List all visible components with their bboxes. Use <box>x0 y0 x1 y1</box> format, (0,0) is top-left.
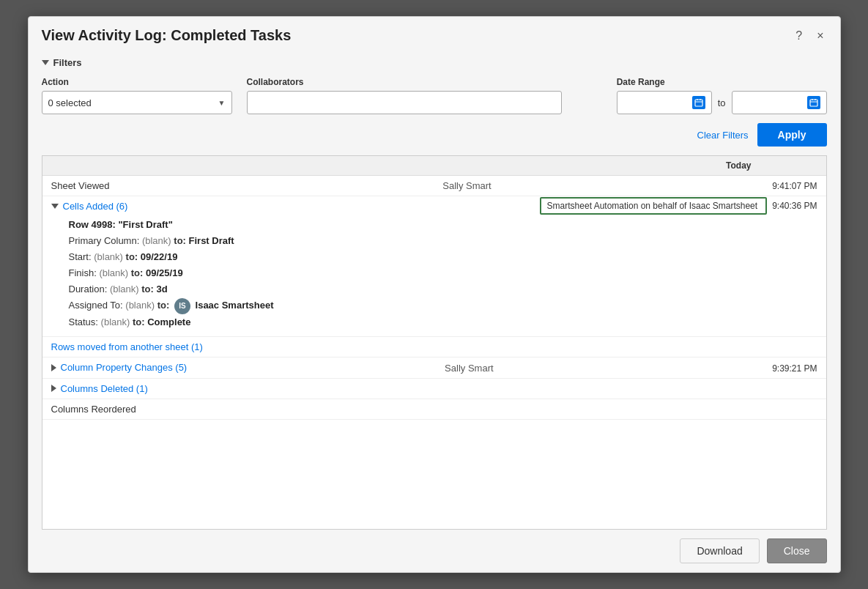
collaborators-filter-group: Collaborators <box>247 77 562 114</box>
rows-moved[interactable]: Rows moved from another sheet (1) <box>42 337 826 358</box>
fc-to-1: to: <box>126 251 141 262</box>
col-reordered-section: Columns Reordered <box>42 399 826 420</box>
entry-user-sheet-viewed: Sally Smart <box>189 180 746 191</box>
fc-to-4: to: <box>157 300 172 311</box>
action-select[interactable]: 0 selected ▼ <box>42 91 232 114</box>
svg-rect-0 <box>695 100 702 106</box>
filters-label: Filters <box>53 57 82 68</box>
cells-added-label: Cells Added (6) <box>63 201 128 212</box>
fc-to-2: to: <box>131 267 146 278</box>
row-title: Row 4998: "First Draft" <box>69 219 817 230</box>
cells-added-section: Cells Added (6) Smartsheet Automation on… <box>42 196 826 337</box>
dialog-title: View Activity Log: Completed Tasks <box>42 27 292 44</box>
apply-button[interactable]: Apply <box>757 123 827 147</box>
filters-section: Filters Action 0 selected ▼ Collaborator… <box>29 51 840 155</box>
date-range-inputs: to <box>617 91 827 114</box>
fc-blank-5: (blank) <box>101 316 130 327</box>
fc-val-4: Isaac Smartsheet <box>196 300 274 311</box>
fc-val-3: 3d <box>156 284 167 294</box>
fc-to-5: to: <box>133 316 147 327</box>
log-scroll[interactable]: Sheet Viewed Sally Smart 9:41:07 PM Cell… <box>42 176 826 529</box>
cells-added-toggle[interactable]: Cells Added (6) <box>51 201 128 212</box>
col-property-user: Sally Smart <box>193 363 745 374</box>
cells-added-user: Smartsheet Automation on behalf of Isaac… <box>547 201 758 211</box>
date-range-label: Date Range <box>617 77 827 87</box>
fc-field-3: Duration: <box>69 284 110 294</box>
cells-added-header: Cells Added (6) Smartsheet Automation on… <box>42 196 826 216</box>
avatar-is: IS <box>174 298 190 314</box>
fc-field-5: Status: <box>69 316 101 327</box>
titlebar-icons: ? × <box>793 28 826 44</box>
date-from-icon <box>692 96 705 109</box>
close-button[interactable]: Close <box>767 538 827 563</box>
fc-to-0: to: <box>174 235 188 246</box>
fc-val-1: 09/22/19 <box>141 251 178 262</box>
log-header: Today <box>42 156 826 176</box>
fc-val-5: Complete <box>147 316 190 327</box>
entry-time-sheet-viewed: 9:41:07 PM <box>752 181 817 191</box>
col-property-time: 9:39:21 PM <box>752 363 817 374</box>
col-property-expand-icon <box>51 364 56 371</box>
date-to-input[interactable] <box>732 91 827 114</box>
entry-name-sheet-viewed: Sheet Viewed <box>51 180 183 191</box>
fc-field-1: Start: <box>69 251 94 262</box>
fc-blank-2: (blank) <box>99 267 128 278</box>
action-label: Action <box>42 77 232 87</box>
help-button[interactable]: ? <box>793 28 805 44</box>
log-entry-sheet-viewed: Sheet Viewed Sally Smart 9:41:07 PM <box>42 176 826 196</box>
cells-detail: Row 4998: "First Draft" Primary Column: … <box>42 216 826 336</box>
date-from-input[interactable] <box>617 91 712 114</box>
fc-to-3: to: <box>141 284 156 294</box>
close-x-button[interactable]: × <box>814 28 826 44</box>
col-reordered-text: Columns Reordered <box>51 404 136 415</box>
dialog-footer: Download Close <box>29 530 840 572</box>
filters-toggle-icon[interactable] <box>42 60 49 65</box>
rows-moved-label: Rows moved from another sheet (1) <box>51 341 203 352</box>
fc-field-4: Assigned To: <box>69 300 126 311</box>
dialog: View Activity Log: Completed Tasks ? × F… <box>28 16 841 573</box>
field-change-assigned: Assigned To: (blank) to: IS Isaac Smarts… <box>69 297 817 314</box>
fc-val-2: 09/25/19 <box>146 267 183 278</box>
download-button[interactable]: Download <box>680 538 759 563</box>
date-range-group: Date Range to <box>617 77 827 114</box>
fc-val-0: First Draft <box>189 235 234 246</box>
fc-field-2: Finish: <box>69 267 100 278</box>
log-header-today: Today <box>726 160 751 171</box>
filters-row: Action 0 selected ▼ Collaborators Date R… <box>42 77 827 114</box>
cells-added-time-val: 9:40:36 PM <box>772 201 817 211</box>
field-change-duration: Duration: (blank) to: 3d <box>69 281 817 297</box>
to-label: to <box>718 97 726 108</box>
clear-filters-button[interactable]: Clear Filters <box>697 130 749 141</box>
collaborators-label: Collaborators <box>247 77 562 87</box>
fc-blank-0: (blank) <box>142 235 171 246</box>
col-property-toggle[interactable]: Column Property Changes (5) <box>51 362 188 373</box>
cells-added-user-box: Smartsheet Automation on behalf of Isaac… <box>540 197 768 215</box>
fc-blank-3: (blank) <box>110 284 139 294</box>
svg-rect-4 <box>810 100 817 106</box>
fc-field-0: Primary Column: <box>69 235 142 246</box>
field-change-start: Start: (blank) to: 09/22/19 <box>69 249 817 265</box>
col-reordered-label: Columns Reordered <box>51 404 183 415</box>
date-to-icon <box>807 96 820 109</box>
col-deleted-section: Columns Deleted (1) <box>42 379 826 399</box>
col-property-section: Column Property Changes (5) Sally Smart … <box>42 358 826 379</box>
col-deleted-expand-icon <box>51 385 56 392</box>
action-select-arrow-icon: ▼ <box>218 99 226 107</box>
col-property-label: Column Property Changes (5) <box>61 362 188 373</box>
field-change-primary: Primary Column: (blank) to: First Draft <box>69 233 817 249</box>
filters-header: Filters <box>42 57 827 68</box>
field-change-finish: Finish: (blank) to: 09/25/19 <box>69 265 817 281</box>
log-container: Today Sheet Viewed Sally Smart 9:41:07 P… <box>42 155 827 530</box>
collaborators-input[interactable] <box>247 91 562 114</box>
fc-blank-4: (blank) <box>125 300 155 311</box>
action-filter-group: Action 0 selected ▼ <box>42 77 232 114</box>
fc-blank-1: (blank) <box>94 251 123 262</box>
col-deleted-label: Columns Deleted (1) <box>61 383 148 394</box>
titlebar: View Activity Log: Completed Tasks ? × <box>29 17 840 51</box>
action-select-text: 0 selected <box>48 97 92 108</box>
field-change-status: Status: (blank) to: Complete <box>69 314 817 330</box>
cells-added-time: Smartsheet Automation on behalf of Isaac… <box>540 201 817 211</box>
col-deleted-toggle[interactable]: Columns Deleted (1) <box>51 383 183 394</box>
filters-actions: Clear Filters Apply <box>42 123 827 147</box>
cells-added-expand-icon <box>51 204 59 209</box>
